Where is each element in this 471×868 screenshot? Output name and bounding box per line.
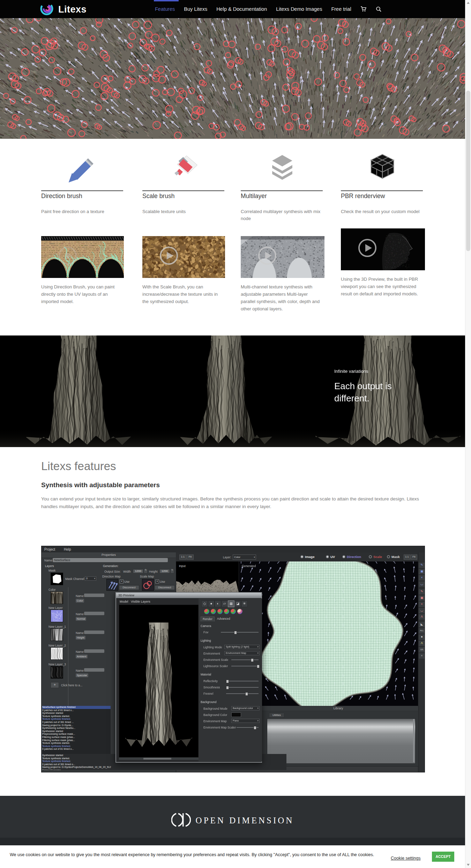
slider-knob[interactable] — [234, 631, 237, 634]
environment-map-select[interactable]: Pano — [231, 719, 260, 723]
preview-3d-render[interactable] — [119, 605, 199, 757]
sphere-tool-icon[interactable]: ● — [418, 634, 425, 640]
video-thumb-multilayer[interactable] — [241, 236, 324, 278]
mountains-tool-icon[interactable]: ΛΛ — [418, 647, 425, 653]
output-width-value[interactable]: 1200 — [133, 569, 143, 573]
direction-curve-tool-icon[interactable]: ◡ — [418, 581, 425, 587]
layer-select[interactable]: Color — [233, 554, 256, 560]
environment-select[interactable]: Environment Map — [224, 651, 260, 655]
material-ball[interactable] — [231, 609, 236, 614]
scale-disconnect-button[interactable]: Disconnect — [155, 585, 175, 590]
direction-clear-tool-icon[interactable]: × — [418, 575, 425, 581]
tab-advanced[interactable]: Advanced — [215, 617, 232, 621]
material-ball[interactable] — [224, 609, 229, 614]
mask-channel-select[interactable]: 0 — [85, 576, 96, 581]
scale-use-checkbox[interactable]: × — [155, 580, 159, 583]
lightsource-scaler-slider[interactable] — [231, 666, 259, 666]
height-spinner[interactable]: ⇅ — [170, 569, 174, 573]
nav-item-help[interactable]: Help & Documentation — [216, 6, 267, 12]
surface-name-input[interactable]: NewSurface — [53, 558, 168, 562]
video-thumb-pbr[interactable] — [341, 228, 425, 270]
mask-thumbnail[interactable] — [51, 573, 63, 585]
menu-help[interactable]: Help — [64, 548, 71, 551]
all-tool-button[interactable]: ALL — [418, 628, 425, 634]
menu-project[interactable]: Project — [44, 548, 55, 551]
browser-scrollbar[interactable] — [465, 0, 471, 868]
fit-button[interactable]: Fit — [187, 554, 194, 560]
scale-pencil-tool-icon[interactable]: ✎ — [418, 589, 425, 595]
nav-item-buy[interactable]: Buy Litexs — [184, 6, 207, 12]
shape-blob-icon[interactable]: ◐ — [215, 601, 221, 607]
scale-fill-tool-icon[interactable]: ▣ — [418, 595, 425, 601]
search-icon[interactable] — [376, 6, 381, 12]
direction-use-checkbox[interactable]: × — [120, 580, 124, 583]
toggle-mask[interactable]: Mask — [387, 555, 400, 559]
toggle-image[interactable]: Image — [300, 555, 314, 559]
fov-slider[interactable] — [221, 632, 259, 633]
library-scrollbar[interactable] — [413, 719, 414, 762]
preview-3d-titlebar[interactable]: 3D Preview — [116, 593, 261, 598]
reflectivity-slider[interactable] — [226, 681, 259, 681]
preview-menu-model[interactable]: Model — [120, 600, 128, 603]
shape-tilted-icon[interactable]: ◪ — [234, 601, 241, 607]
background-color-swatch[interactable] — [231, 712, 241, 717]
layer-name-input[interactable] — [84, 668, 104, 672]
layer-name-input[interactable] — [84, 594, 104, 597]
library-list[interactable] — [267, 718, 416, 764]
layer-name-input[interactable] — [84, 631, 104, 634]
scroll-up-arrow-icon[interactable] — [467, 2, 470, 4]
direction-fill-tool-icon[interactable]: ▣ — [418, 568, 425, 575]
scale-curve-tool-icon[interactable]: ◡ — [418, 607, 425, 614]
toggle-uv[interactable]: UV — [326, 555, 335, 559]
direction-disconnect-button[interactable]: Disconnect — [119, 585, 139, 590]
close-tool-icon[interactable]: × — [418, 653, 425, 659]
preview-hscroll-thumb[interactable] — [143, 758, 171, 760]
shape-cylinder-icon[interactable]: ◇ — [201, 601, 208, 607]
video-thumb-direction-brush[interactable] — [41, 236, 124, 278]
nav-item-demo-images[interactable]: Litexs Demo Images — [276, 6, 322, 12]
nav-item-features[interactable]: Features — [155, 6, 175, 12]
slider-knob[interactable] — [254, 726, 256, 730]
library-tab-utilities[interactable]: Utilities — [269, 713, 284, 718]
preview-3d-window[interactable]: 3D Preview Model Visible Layers ◇ ● ◐ ▱ … — [115, 592, 262, 763]
lighting-mode-select[interactable]: Split lighting (2 light) — [224, 645, 260, 649]
environment-map-scaler-slider[interactable] — [237, 727, 259, 728]
environment-scale-slider[interactable] — [231, 659, 259, 660]
footer-brand[interactable]: OPEN DIMENSION — [0, 813, 465, 829]
specular-layer-thumbnail[interactable] — [51, 666, 63, 679]
scroll-down-arrow-icon[interactable] — [467, 864, 470, 866]
material-ball[interactable] — [211, 609, 216, 614]
preview-menu-visible-layers[interactable]: Visible Layers — [131, 600, 150, 603]
normal-layer-thumbnail[interactable] — [51, 610, 63, 622]
fit-button-right[interactable]: Fit — [411, 554, 417, 560]
fresnel-slider[interactable] — [226, 693, 259, 694]
background-mode-select[interactable]: Background color — [231, 706, 260, 710]
video-thumb-scale-brush[interactable] — [142, 236, 225, 278]
slider-knob[interactable] — [251, 658, 254, 662]
add-layer-button[interactable]: + — [51, 682, 59, 688]
slider-knob[interactable] — [226, 686, 229, 689]
slider-knob[interactable] — [245, 692, 248, 696]
nav-item-free-trial[interactable]: Free trial — [331, 6, 351, 12]
smoothness-slider[interactable] — [226, 687, 259, 688]
select-tool-icon[interactable]: ◣ — [418, 621, 425, 628]
material-ball[interactable] — [204, 609, 209, 614]
cart-icon[interactable] — [360, 6, 367, 12]
scale-clear-tool-icon[interactable]: × — [418, 601, 425, 607]
slider-knob[interactable] — [257, 665, 260, 668]
scale-map-thumbnail[interactable] — [142, 579, 154, 591]
layer-name-input[interactable] — [84, 612, 104, 615]
toggle-direction[interactable]: Direction — [342, 555, 361, 559]
zigzag-tool-icon[interactable]: Λ — [418, 640, 425, 647]
material-ball-selected[interactable] — [237, 609, 242, 614]
ambient-layer-thumbnail[interactable] — [51, 647, 63, 660]
direction-map-thumbnail[interactable] — [106, 579, 118, 591]
direction-pencil-tool-icon[interactable]: ✎ — [418, 562, 425, 568]
preview-hscrollbar[interactable] — [119, 757, 199, 760]
shape-star-icon[interactable]: ✳ — [241, 601, 248, 607]
brand-logo[interactable]: Litexs — [40, 1, 87, 18]
shape-sphere-icon[interactable]: ● — [208, 601, 215, 607]
width-spinner[interactable]: ⇅ — [144, 569, 148, 573]
material-ball[interactable] — [217, 609, 223, 614]
slider-knob[interactable] — [226, 680, 229, 683]
